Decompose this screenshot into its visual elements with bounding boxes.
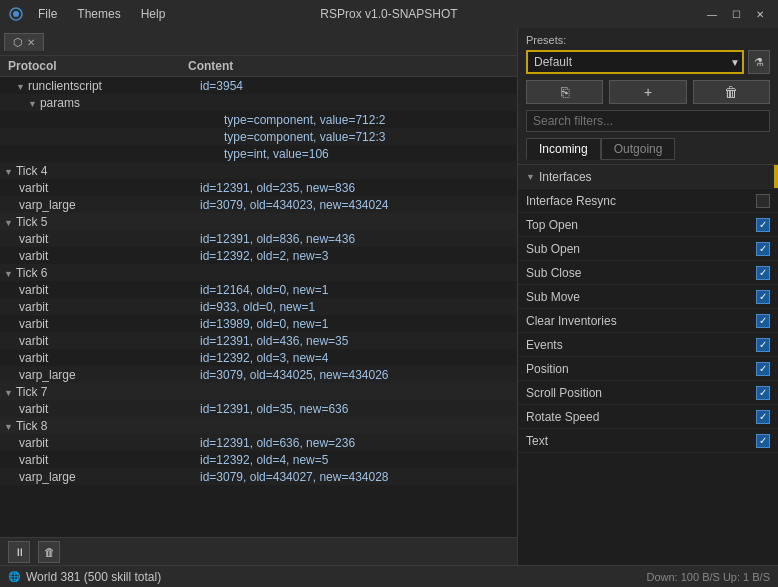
protocol-cell: ▼Tick 6 xyxy=(4,266,184,280)
close-button[interactable]: ✕ xyxy=(750,6,770,22)
table-row[interactable]: ▼params xyxy=(0,94,517,111)
list-item[interactable]: Clear Inventories xyxy=(518,309,778,333)
protocol-cell: varp_large xyxy=(16,470,196,484)
table-row[interactable]: varbit id=12391, old=436, new=35 xyxy=(0,332,517,349)
main-area: ⬡ ✕ Protocol Content ▼runclientscript id… xyxy=(0,28,778,565)
themes-menu[interactable]: Themes xyxy=(73,5,124,23)
preset-select[interactable]: Default xyxy=(526,50,744,74)
window-controls: — ☐ ✕ xyxy=(702,6,770,22)
list-item[interactable]: Top Open xyxy=(518,213,778,237)
list-item[interactable]: Sub Close xyxy=(518,261,778,285)
app-title: RSProx v1.0-SNAPSHOT xyxy=(320,7,457,21)
table-row[interactable]: ▼Tick 5 xyxy=(0,213,517,230)
filter-checkbox[interactable] xyxy=(756,242,770,256)
table-row[interactable]: varp_large id=3079, old=434027, new=4340… xyxy=(0,468,517,485)
protocol-cell: ▼Tick 8 xyxy=(4,419,184,433)
table-row[interactable]: varbit id=933, old=0, new=1 xyxy=(0,298,517,315)
filter-checkbox[interactable] xyxy=(756,386,770,400)
protocol-cell xyxy=(40,113,220,127)
list-item[interactable]: Interface Resync xyxy=(518,189,778,213)
table-row[interactable]: varp_large id=3079, old=434023, new=4340… xyxy=(0,196,517,213)
copy-preset-button[interactable]: ⎘ xyxy=(526,80,603,104)
list-item[interactable]: Position xyxy=(518,357,778,381)
filter-checkbox[interactable] xyxy=(756,338,770,352)
menu-bar: File Themes Help xyxy=(34,5,169,23)
preset-select-wrapper: Default ▼ xyxy=(526,50,744,74)
tab-close-button[interactable]: ✕ xyxy=(27,37,35,48)
svg-point-1 xyxy=(13,11,19,17)
table-row[interactable]: ▼Tick 7 xyxy=(0,383,517,400)
filter-checkbox[interactable] xyxy=(756,290,770,304)
expand-arrow: ▼ xyxy=(4,167,13,177)
table-row[interactable]: type=component, value=712:2 xyxy=(0,111,517,128)
table-row[interactable]: varbit id=12164, old=0, new=1 xyxy=(0,281,517,298)
list-item[interactable]: Sub Move xyxy=(518,285,778,309)
table-row[interactable]: varbit id=12391, old=35, new=636 xyxy=(0,400,517,417)
tab-outgoing[interactable]: Outgoing xyxy=(601,138,676,160)
list-item[interactable]: Scroll Position xyxy=(518,381,778,405)
content-cell: id=12164, old=0, new=1 xyxy=(196,283,517,297)
content-cell: id=12391, old=35, new=636 xyxy=(196,402,517,416)
network-status: Down: 100 B/S Up: 1 B/S xyxy=(646,571,770,583)
delete-button[interactable]: 🗑 xyxy=(38,541,60,563)
list-item[interactable]: ▼ Interfaces xyxy=(518,165,778,189)
pause-button[interactable]: ⏸ xyxy=(8,541,30,563)
filter-label: Text xyxy=(526,434,756,448)
filter-checkbox[interactable] xyxy=(756,194,770,208)
packet-tab[interactable]: ⬡ ✕ xyxy=(4,33,44,51)
filter-checkbox[interactable] xyxy=(756,362,770,376)
add-preset-button[interactable]: + xyxy=(609,80,686,104)
content-cell: id=12391, old=235, new=836 xyxy=(196,181,517,195)
filter-checkbox[interactable] xyxy=(756,266,770,280)
table-row[interactable]: ▼runclientscript id=3954 xyxy=(0,77,517,94)
protocol-cell xyxy=(40,147,220,161)
help-menu[interactable]: Help xyxy=(137,5,170,23)
content-header: Content xyxy=(180,59,517,73)
accent-bar xyxy=(774,165,778,188)
expand-arrow: ▼ xyxy=(4,218,13,228)
delete-preset-button[interactable]: 🗑 xyxy=(693,80,770,104)
table-row[interactable]: ▼Tick 4 xyxy=(0,162,517,179)
table-row[interactable]: varbit id=12391, old=636, new=236 xyxy=(0,434,517,451)
presets-label: Presets: xyxy=(526,34,770,46)
filter-checkbox[interactable] xyxy=(756,218,770,232)
table-row[interactable]: varbit id=12391, old=836, new=436 xyxy=(0,230,517,247)
table-row[interactable]: varbit id=12392, old=4, new=5 xyxy=(0,451,517,468)
table-row[interactable]: type=int, value=106 xyxy=(0,145,517,162)
filter-checkbox[interactable] xyxy=(756,410,770,424)
protocol-cell: varp_large xyxy=(16,368,196,382)
tab-incoming[interactable]: Incoming xyxy=(526,138,601,160)
filter-checkbox[interactable] xyxy=(756,434,770,448)
list-item[interactable]: Sub Open xyxy=(518,237,778,261)
table-row[interactable]: ▼Tick 6 xyxy=(0,264,517,281)
table-row[interactable]: varbit id=12392, old=3, new=4 xyxy=(0,349,517,366)
table-row[interactable]: varbit id=13989, old=0, new=1 xyxy=(0,315,517,332)
minimize-button[interactable]: — xyxy=(702,6,722,22)
file-menu[interactable]: File xyxy=(34,5,61,23)
protocol-header: Protocol xyxy=(0,59,180,73)
content-cell: type=int, value=106 xyxy=(220,147,517,161)
presets-section: Presets: Default ▼ ⚗ ⎘ + 🗑 Incoming xyxy=(518,28,778,165)
list-item[interactable]: Events xyxy=(518,333,778,357)
filter-label: Interface Resync xyxy=(526,194,756,208)
filter-label: Rotate Speed xyxy=(526,410,756,424)
search-input[interactable] xyxy=(526,110,770,132)
table-row[interactable]: ▼Tick 8 xyxy=(0,417,517,434)
filter-checkbox[interactable] xyxy=(756,314,770,328)
table-row[interactable]: varp_large id=3079, old=434025, new=4340… xyxy=(0,366,517,383)
maximize-button[interactable]: ☐ xyxy=(726,6,746,22)
table-row[interactable]: varbit id=12392, old=2, new=3 xyxy=(0,247,517,264)
content-cell: id=13989, old=0, new=1 xyxy=(196,317,517,331)
protocol-cell: varbit xyxy=(16,283,196,297)
filter-icon[interactable]: ⚗ xyxy=(748,50,770,74)
content-cell: id=12392, old=4, new=5 xyxy=(196,453,517,467)
table-row[interactable]: varbit id=12391, old=235, new=836 xyxy=(0,179,517,196)
list-item[interactable]: Rotate Speed xyxy=(518,405,778,429)
list-item[interactable]: Text xyxy=(518,429,778,453)
table-row[interactable]: type=component, value=712:3 xyxy=(0,128,517,145)
expand-arrow: ▼ xyxy=(4,422,13,432)
packet-tree[interactable]: ▼runclientscript id=3954 ▼params type=co… xyxy=(0,77,517,537)
left-panel: ⬡ ✕ Protocol Content ▼runclientscript id… xyxy=(0,28,518,565)
protocol-cell: ▼Tick 7 xyxy=(4,385,184,399)
expand-arrow: ▼ xyxy=(4,269,13,279)
